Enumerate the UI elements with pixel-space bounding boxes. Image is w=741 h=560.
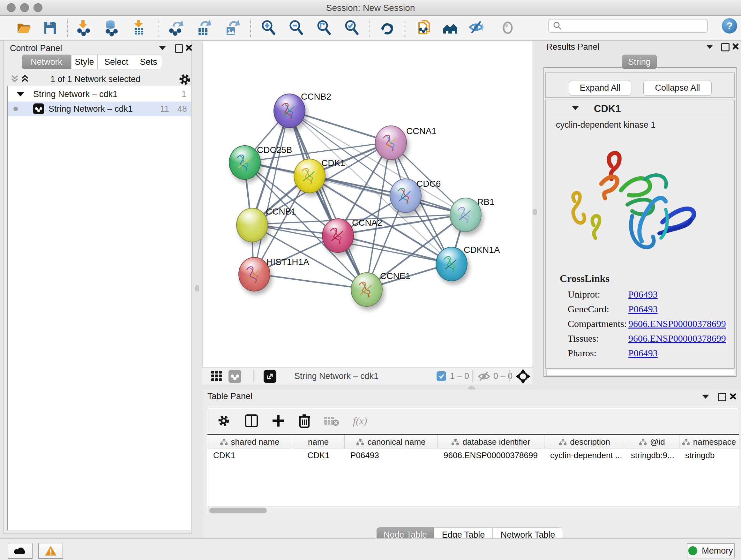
tab-network[interactable]: Network bbox=[22, 55, 71, 69]
network-node-CDK1[interactable] bbox=[293, 159, 326, 193]
expand-all-button[interactable]: Expand All bbox=[569, 80, 631, 96]
network-node-CDKN1A[interactable] bbox=[435, 247, 468, 281]
toolbar-divider bbox=[369, 19, 370, 37]
gene-section-header[interactable]: CDK1 bbox=[546, 100, 734, 117]
collapse-all-networks-icon[interactable] bbox=[10, 74, 19, 84]
protein-structure-image bbox=[563, 136, 704, 264]
network-canvas[interactable]: CCNB2CCNA1CDC25BCDK1CDC6RB1CCNB1CCNA2CDK… bbox=[202, 41, 532, 367]
control-panel-menu-icon[interactable] bbox=[159, 46, 166, 50]
warning-button[interactable] bbox=[38, 543, 63, 559]
show-columns-icon[interactable] bbox=[245, 414, 259, 428]
refresh-button[interactable] bbox=[377, 17, 397, 38]
column-header-name[interactable]: name bbox=[292, 435, 345, 449]
delete-column-icon[interactable] bbox=[298, 414, 311, 428]
network-edge-CCNA2-CDKN1A[interactable] bbox=[337, 235, 451, 263]
table-panel-close-icon[interactable] bbox=[730, 393, 737, 400]
cloud-button[interactable] bbox=[8, 543, 32, 559]
network-node-CCNA2[interactable] bbox=[322, 219, 354, 253]
network-edge-CDK1-RB1[interactable] bbox=[309, 175, 465, 214]
tab-string[interactable]: String bbox=[622, 55, 657, 69]
home-button[interactable] bbox=[440, 17, 461, 38]
cell-database-identifier[interactable]: 9606.ENSP00000378699 bbox=[438, 449, 544, 461]
cell-name[interactable]: CDK1 bbox=[292, 449, 345, 461]
search-input[interactable] bbox=[548, 19, 708, 33]
import-network-button[interactable] bbox=[73, 17, 93, 38]
import-network-from-database-button[interactable] bbox=[101, 17, 121, 38]
results-panel-float-icon[interactable] bbox=[721, 43, 730, 51]
export-table-button[interactable] bbox=[193, 17, 214, 38]
tab-style[interactable]: Style bbox=[71, 55, 98, 69]
table-panel-float-icon[interactable] bbox=[718, 393, 726, 401]
control-panel-close-icon[interactable] bbox=[185, 44, 192, 51]
crosslink-link[interactable]: P06493 bbox=[628, 346, 658, 361]
cell-shared-name[interactable]: CDK1 bbox=[207, 449, 292, 461]
network-node-RB1[interactable] bbox=[450, 198, 482, 232]
export-network-button[interactable] bbox=[165, 17, 186, 38]
view-grid-icon[interactable] bbox=[211, 370, 223, 383]
expand-all-networks-icon[interactable] bbox=[20, 74, 30, 84]
collapse-all-button[interactable]: Collapse All bbox=[643, 80, 712, 96]
column-header-canonical-name[interactable]: canonical name bbox=[345, 435, 438, 449]
right-splitter-handle[interactable] bbox=[533, 209, 537, 215]
crosslink-link[interactable]: P06493 bbox=[628, 287, 658, 302]
network-node-CCNB1[interactable] bbox=[236, 208, 268, 242]
scrollbar-thumb[interactable] bbox=[209, 508, 267, 513]
help-button[interactable]: ? bbox=[722, 18, 737, 34]
column-header-description[interactable]: description bbox=[544, 435, 625, 449]
tab-select[interactable]: Select bbox=[98, 55, 135, 69]
network-edge-CCNB2-HIST1H1A[interactable] bbox=[254, 110, 289, 273]
fit-content-button[interactable] bbox=[314, 17, 334, 38]
open-session-button[interactable] bbox=[14, 17, 34, 38]
results-scrollbar[interactable] bbox=[546, 370, 734, 376]
gene-collapse-icon[interactable] bbox=[572, 106, 579, 110]
table-horizontal-scrollbar[interactable] bbox=[207, 506, 739, 515]
add-column-icon[interactable] bbox=[272, 415, 285, 427]
table-settings-gear-icon[interactable] bbox=[216, 414, 231, 428]
network-options-gear-icon[interactable] bbox=[178, 72, 192, 86]
cell--id[interactable]: stringdb:9... bbox=[625, 449, 679, 461]
results-panel-menu-icon[interactable] bbox=[706, 45, 713, 49]
network-collection-row[interactable]: String Network – cdk1 1 bbox=[8, 86, 191, 102]
network-node-HIST1H1A[interactable] bbox=[239, 257, 270, 292]
zoom-in-button[interactable] bbox=[259, 17, 279, 38]
detach-view-icon[interactable] bbox=[264, 370, 276, 383]
cell-description[interactable]: cyclin-dependent ... bbox=[544, 449, 625, 461]
cell-namespace[interactable]: stringdb bbox=[679, 449, 739, 461]
column-header-namespace[interactable]: namespace bbox=[679, 435, 739, 449]
network-row-selected[interactable]: String Network – cdk1 11 48 bbox=[8, 102, 191, 116]
cell-canonical-name[interactable]: P06493 bbox=[345, 449, 438, 461]
delete-table-icon bbox=[324, 415, 340, 427]
export-image-button[interactable] bbox=[221, 17, 242, 38]
table-panel-menu-icon[interactable] bbox=[702, 395, 709, 399]
network-node-CDC25B[interactable] bbox=[229, 145, 261, 180]
tab-sets[interactable]: Sets bbox=[135, 55, 162, 69]
hide-graphics-details-button[interactable] bbox=[466, 17, 486, 38]
crosslink-link[interactable]: 9606.ENSP00000378699 bbox=[628, 316, 726, 331]
network-node-CCNB2[interactable] bbox=[273, 94, 306, 128]
save-session-button[interactable] bbox=[40, 17, 60, 38]
network-node-CCNE1[interactable] bbox=[351, 272, 383, 307]
birds-eye-crosshair-icon[interactable] bbox=[516, 369, 530, 384]
share-document-button[interactable] bbox=[414, 17, 434, 38]
results-panel-close-icon[interactable] bbox=[732, 43, 739, 50]
crosslink-link[interactable]: 9606.ENSP00000378699 bbox=[628, 331, 726, 346]
show-graphics-details-button[interactable] bbox=[497, 17, 518, 38]
column-label: canonical name bbox=[367, 437, 425, 447]
column-header-shared-name[interactable]: shared name bbox=[207, 435, 292, 449]
control-panel-float-icon[interactable] bbox=[175, 44, 183, 53]
node-structure-thumbnail bbox=[279, 101, 299, 122]
left-splitter-handle[interactable] bbox=[195, 285, 199, 292]
column-header--id[interactable]: @id bbox=[625, 435, 679, 449]
zoom-selected-button[interactable] bbox=[342, 17, 362, 38]
memory-button[interactable]: Memory bbox=[687, 543, 735, 558]
network-edge-HIST1H1A-CCNE1[interactable] bbox=[254, 273, 366, 289]
collection-expand-icon[interactable] bbox=[17, 92, 24, 97]
network-node-CCNA1[interactable] bbox=[375, 125, 407, 160]
crosslink-link[interactable]: P06493 bbox=[628, 302, 658, 316]
table-row[interactable]: CDK1CDK1P064939606.ENSP00000378699cyclin… bbox=[207, 449, 739, 461]
column-header-database-identifier[interactable]: database identifier bbox=[438, 435, 544, 449]
network-share-icon[interactable] bbox=[228, 370, 241, 383]
zoom-out-button[interactable] bbox=[286, 17, 307, 38]
selected-checkbox[interactable] bbox=[436, 371, 446, 381]
import-table-button[interactable] bbox=[129, 17, 149, 38]
